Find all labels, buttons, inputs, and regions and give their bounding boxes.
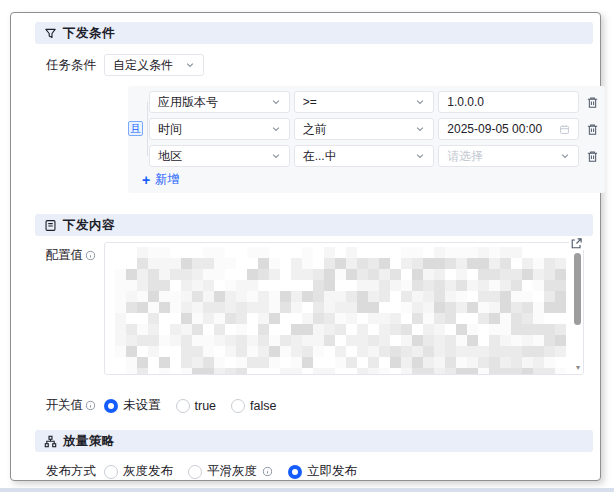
trash-icon bbox=[586, 96, 599, 109]
condition-row: 地区 在...中 请选择 bbox=[149, 145, 601, 167]
condition-operator-value: >= bbox=[303, 95, 317, 109]
condition-field-value: 应用版本号 bbox=[158, 94, 218, 111]
condition-operator-select[interactable]: >= bbox=[294, 91, 435, 113]
page-background-strip bbox=[0, 488, 614, 492]
radio-label: 灰度发布 bbox=[123, 463, 173, 480]
sitemap-icon bbox=[44, 435, 57, 448]
condition-connector-line bbox=[147, 102, 148, 156]
scrollbar-thumb[interactable] bbox=[574, 253, 581, 325]
delete-condition-button[interactable] bbox=[583, 145, 601, 167]
task-condition-select[interactable]: 自定义条件 bbox=[104, 54, 204, 76]
chevron-down-icon bbox=[415, 97, 425, 107]
radio-icon bbox=[176, 399, 190, 413]
chevron-down-icon bbox=[415, 124, 425, 134]
chevron-down-icon bbox=[415, 151, 425, 161]
chevron-down-icon bbox=[560, 151, 570, 161]
task-condition-row: 任务条件 自定义条件 bbox=[35, 54, 593, 76]
calendar-icon bbox=[559, 124, 570, 135]
radio-icon bbox=[104, 399, 118, 413]
info-icon[interactable] bbox=[85, 400, 96, 411]
publish-method-label: 发布方式 bbox=[35, 463, 96, 480]
filter-icon bbox=[44, 27, 57, 40]
expand-editor-button[interactable] bbox=[569, 236, 584, 250]
task-condition-label: 任务条件 bbox=[35, 57, 96, 74]
chevron-down-icon bbox=[271, 124, 281, 134]
logic-operator-badge[interactable]: 且 bbox=[128, 121, 143, 136]
condition-value-placeholder: 请选择 bbox=[447, 148, 483, 165]
chevron-down-icon bbox=[185, 60, 195, 70]
config-value-row: 配置值 ▾ bbox=[35, 242, 593, 375]
plus-icon: + bbox=[142, 173, 150, 187]
scrollbar-down-arrow[interactable]: ▾ bbox=[576, 364, 580, 372]
trash-icon bbox=[586, 123, 599, 136]
config-value-field: ▾ bbox=[104, 242, 584, 375]
config-value-textarea[interactable]: ▾ bbox=[104, 242, 584, 375]
condition-value-select[interactable]: 请选择 bbox=[438, 145, 579, 167]
radio-option-false[interactable]: false bbox=[231, 399, 276, 413]
config-redacted-mosaic bbox=[115, 247, 567, 375]
radio-label: 未设置 bbox=[123, 397, 161, 414]
chevron-down-icon bbox=[271, 97, 281, 107]
radio-icon bbox=[104, 465, 118, 479]
condition-field-select[interactable]: 地区 bbox=[149, 145, 290, 167]
condition-operator-select[interactable]: 之前 bbox=[294, 118, 435, 140]
radio-option-immediate-release[interactable]: 立即发布 bbox=[288, 463, 357, 480]
condition-operator-select[interactable]: 在...中 bbox=[294, 145, 435, 167]
chevron-down-icon bbox=[271, 151, 281, 161]
radio-label: false bbox=[250, 399, 276, 413]
condition-value-text: 1.0.0.0 bbox=[447, 95, 484, 109]
condition-value-input[interactable]: 1.0.0.0 bbox=[438, 91, 579, 113]
radio-icon bbox=[288, 465, 302, 479]
condition-field-select[interactable]: 应用版本号 bbox=[149, 91, 290, 113]
publish-method-radio-group: 灰度发布 平滑灰度 立即发布 bbox=[104, 463, 357, 480]
section-header-conditions: 下发条件 bbox=[35, 22, 593, 44]
condition-date-input[interactable]: 2025-09-05 00:00 bbox=[438, 118, 579, 140]
section-header-content: 下发内容 bbox=[35, 214, 593, 236]
condition-operator-value: 在...中 bbox=[303, 148, 337, 165]
radio-option-true[interactable]: true bbox=[176, 399, 217, 413]
radio-label: 立即发布 bbox=[307, 463, 357, 480]
section-title: 放量策略 bbox=[63, 433, 115, 450]
switch-value-label: 开关值 bbox=[35, 397, 96, 414]
radio-label: true bbox=[195, 399, 217, 413]
radio-option-smooth-gray[interactable]: 平滑灰度 bbox=[188, 463, 273, 480]
delete-condition-button[interactable] bbox=[583, 118, 601, 140]
condition-builder-panel: 且 应用版本号 >= 1.0.0.0 时间 之前 bbox=[128, 86, 605, 193]
radio-icon bbox=[188, 465, 202, 479]
publish-method-label-text: 发布方式 bbox=[46, 463, 96, 480]
radio-icon bbox=[231, 399, 245, 413]
radio-option-gray-release[interactable]: 灰度发布 bbox=[104, 463, 173, 480]
condition-row: 时间 之前 2025-09-05 00:00 bbox=[149, 118, 601, 140]
form-panel: 下发条件 任务条件 自定义条件 且 应用版本号 >= 1.0.0.0 bbox=[10, 12, 601, 481]
condition-field-value: 时间 bbox=[158, 121, 182, 138]
condition-field-select[interactable]: 时间 bbox=[149, 118, 290, 140]
condition-operator-value: 之前 bbox=[303, 121, 327, 138]
document-icon bbox=[44, 219, 57, 232]
condition-field-value: 地区 bbox=[158, 148, 182, 165]
switch-value-label-text: 开关值 bbox=[46, 397, 84, 414]
switch-value-row: 开关值 未设置 true false bbox=[35, 397, 593, 414]
delete-condition-button[interactable] bbox=[583, 91, 601, 113]
config-value-label: 配置值 bbox=[35, 242, 96, 264]
task-condition-value: 自定义条件 bbox=[113, 57, 173, 74]
switch-value-radio-group: 未设置 true false bbox=[104, 397, 276, 414]
section-title: 下发条件 bbox=[63, 25, 115, 42]
add-condition-button[interactable]: + 新增 bbox=[142, 172, 179, 187]
radio-option-unset[interactable]: 未设置 bbox=[104, 397, 161, 414]
section-header-strategy: 放量策略 bbox=[35, 430, 593, 452]
expand-icon bbox=[570, 237, 583, 250]
radio-label: 平滑灰度 bbox=[207, 463, 257, 480]
add-condition-label: 新增 bbox=[155, 171, 179, 188]
config-value-label-text: 配置值 bbox=[46, 247, 84, 264]
condition-date-value: 2025-09-05 00:00 bbox=[447, 122, 542, 136]
publish-method-row: 发布方式 灰度发布 平滑灰度 立即发布 bbox=[35, 463, 593, 480]
trash-icon bbox=[586, 150, 599, 163]
section-title: 下发内容 bbox=[63, 217, 115, 234]
info-icon[interactable] bbox=[85, 250, 96, 261]
condition-row: 应用版本号 >= 1.0.0.0 bbox=[149, 91, 601, 113]
info-icon[interactable] bbox=[262, 466, 273, 477]
